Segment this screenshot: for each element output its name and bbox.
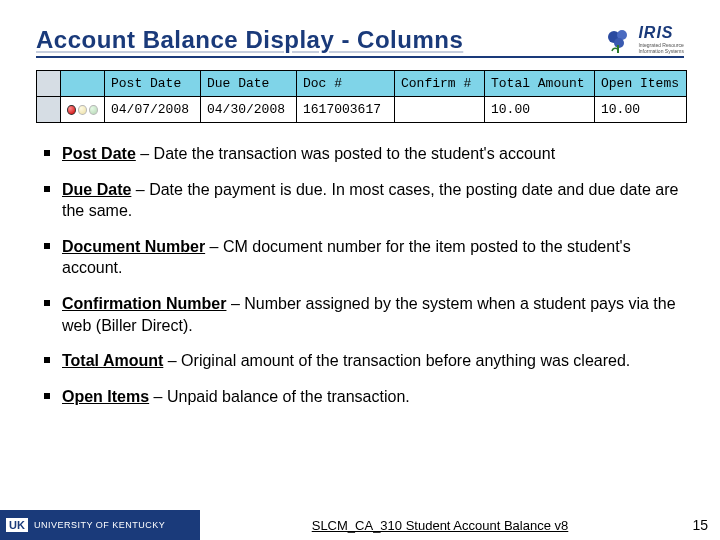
flower-icon (604, 25, 634, 53)
term: Document Number (62, 238, 205, 255)
bullet-list: Post Date – Date the transaction was pos… (40, 143, 680, 407)
iris-logo-text: IRIS (638, 24, 684, 42)
table-header-row: Post Date Due Date Doc # Confirm # Total… (37, 71, 687, 97)
col-total-header: Total Amount (485, 71, 595, 97)
term: Total Amount (62, 352, 163, 369)
cell-status (61, 97, 105, 123)
cell-check (37, 97, 61, 123)
uk-badge: UK (6, 518, 28, 532)
list-item: Due Date – Date the payment is due. In m… (40, 179, 680, 222)
term: Post Date (62, 145, 136, 162)
list-item: Post Date – Date the transaction was pos… (40, 143, 680, 165)
page-title: Account Balance Display - Columns (36, 26, 463, 54)
status-red-icon (67, 105, 76, 115)
list-item: Confirmation Number – Number assigned by… (40, 293, 680, 336)
desc: – Date the payment is due. In most cases… (62, 181, 678, 220)
cell-open: 10.00 (595, 97, 687, 123)
col-post-date-header: Post Date (105, 71, 201, 97)
iris-logo: IRIS Integrated Resource Information Sys… (604, 24, 684, 54)
status-green-icon (89, 105, 98, 115)
term: Due Date (62, 181, 131, 198)
header: Account Balance Display - Columns IRIS I… (36, 24, 684, 58)
col-check-header (37, 71, 61, 97)
cell-confirm (395, 97, 485, 123)
list-item: Document Number – CM document number for… (40, 236, 680, 279)
status-yellow-icon (78, 105, 87, 115)
uk-logo: UK UNIVERSITY OF KENTUCKY (0, 510, 200, 540)
col-doc-header: Doc # (297, 71, 395, 97)
col-confirm-header: Confirm # (395, 71, 485, 97)
list-item: Total Amount – Original amount of the tr… (40, 350, 680, 372)
footer: UK UNIVERSITY OF KENTUCKY SLCM_CA_310 St… (0, 510, 720, 540)
columns-table: Post Date Due Date Doc # Confirm # Total… (36, 70, 687, 123)
term: Open Items (62, 388, 149, 405)
col-status-header (61, 71, 105, 97)
desc: – Original amount of the transaction bef… (163, 352, 630, 369)
list-item: Open Items – Unpaid balance of the trans… (40, 386, 680, 408)
table-row: 04/07/2008 04/30/2008 1617003617 10.00 1… (37, 97, 687, 123)
page-number: 15 (680, 517, 720, 533)
cell-due-date: 04/30/2008 (201, 97, 297, 123)
col-open-header: Open Items (595, 71, 687, 97)
desc: – Unpaid balance of the transaction. (149, 388, 410, 405)
desc: – Date the transaction was posted to the… (136, 145, 555, 162)
footer-title: SLCM_CA_310 Student Account Balance v8 (200, 518, 680, 533)
iris-logo-sub2: Information Systems (638, 48, 684, 54)
col-due-date-header: Due Date (201, 71, 297, 97)
cell-post-date: 04/07/2008 (105, 97, 201, 123)
slide: Account Balance Display - Columns IRIS I… (0, 0, 720, 540)
term: Confirmation Number (62, 295, 226, 312)
cell-doc: 1617003617 (297, 97, 395, 123)
cell-total: 10.00 (485, 97, 595, 123)
uk-text: UNIVERSITY OF KENTUCKY (34, 520, 165, 530)
